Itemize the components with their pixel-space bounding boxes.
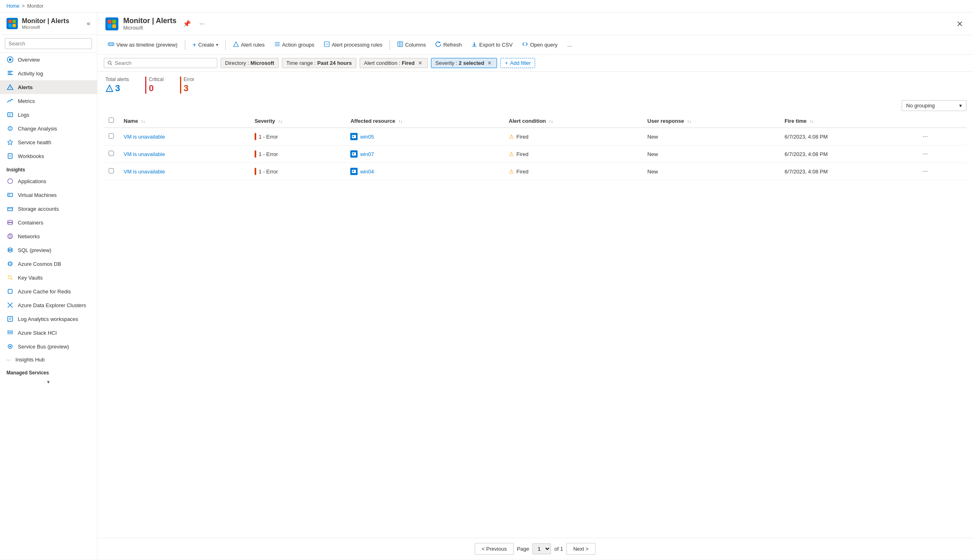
create-button[interactable]: + Create ▾ [189,39,222,51]
sidebar-collapse-button[interactable]: « [87,20,90,27]
sidebar-item-data-explorer[interactable]: Azure Data Explorer Clusters [0,298,97,312]
sidebar-item-overview[interactable]: Overview [0,53,97,66]
svg-point-37 [8,263,12,265]
filter-search-container[interactable] [104,58,217,68]
previous-button[interactable]: < Previous [475,543,514,555]
virtual-machines-icon [6,191,14,199]
sidebar-item-activity-log-label: Activity log [18,71,43,77]
alert-processing-rules-button[interactable]: Alert processing rules [320,39,386,51]
sidebar-scroll-down[interactable]: ▾ [0,377,97,387]
affected-resource-sort-icon: ↑↓ [399,119,403,124]
open-query-label: Open query [530,42,557,48]
data-explorer-icon [6,301,14,309]
export-button[interactable]: Export to CSV [467,39,517,51]
sidebar-item-log-analytics[interactable]: Log Analytics workspaces [0,312,97,326]
breadcrumb-sep: > [22,3,25,9]
sidebar-item-service-health[interactable]: Service health [0,135,97,149]
sidebar-search-input[interactable] [5,38,92,49]
create-dropdown-icon: ▾ [216,43,218,47]
sidebar-item-storage-accounts[interactable]: Storage accounts [0,202,97,216]
next-button[interactable]: Next > [566,543,596,555]
row-more-button[interactable]: ··· [920,167,930,176]
table-header-name[interactable]: Name ↑↓ [119,114,250,128]
resource-link[interactable]: win05 [360,134,374,140]
table-header-fire-time[interactable]: Fire time ↑↓ [780,114,915,128]
svg-point-16 [10,129,11,130]
row-name-cell: VM is unavailable [119,145,250,163]
row-name-link[interactable]: VM is unavailable [124,169,165,175]
row-checkbox-1[interactable] [109,151,114,156]
containers-icon [6,219,14,226]
sidebar-item-redis-label: Azure Cache for Redis [18,289,71,295]
sidebar-item-applications[interactable]: Applications [0,174,97,188]
toolbar-more-button[interactable]: ... [563,39,576,50]
sidebar-item-cosmos-db[interactable]: Azure Cosmos DB [0,257,97,271]
table-header-user-response[interactable]: User response ↑↓ [643,114,780,128]
stat-total-label: Total alerts [105,77,129,82]
table-header-affected-resource[interactable]: Affected resource ↑↓ [345,114,504,128]
close-button[interactable]: ✕ [955,17,965,30]
sidebar-item-service-bus[interactable]: Service Bus (preview) [0,340,97,353]
resource-link[interactable]: win07 [360,151,374,157]
export-icon [471,41,477,48]
search-icon [107,60,112,66]
toolbar-sep-3 [390,40,390,50]
sidebar-item-containers[interactable]: Containers [0,216,97,229]
title-more-button[interactable]: ··· [197,19,206,29]
sidebar-item-insights-hub[interactable]: ··· Insights Hub [0,353,97,366]
insights-section-label: Insights [0,163,97,174]
pin-button[interactable]: 📌 [181,18,193,29]
app-logo [6,18,18,29]
sidebar-item-redis[interactable]: Azure Cache for Redis [0,284,97,298]
sidebar-item-logs[interactable]: Logs [0,108,97,122]
svg-marker-69 [473,44,476,46]
alert-rules-button[interactable]: Alert rules [229,39,269,51]
table-row: VM is unavailable 1 - Error win05 ⚠ [104,128,967,145]
monitor-icon [105,17,118,30]
action-groups-button[interactable]: Action groups [270,39,319,51]
sidebar-item-networks[interactable]: Networks [0,229,97,243]
sidebar-item-storage-accounts-label: Storage accounts [18,206,59,212]
alerts-table: Name ↑↓ Severity ↑↓ Affected resource ↑↓ [104,114,967,180]
sidebar-item-virtual-machines[interactable]: Virtual Machines [0,188,97,202]
grouping-bar: No grouping ▾ [104,97,967,114]
row-more-button[interactable]: ··· [920,150,930,158]
filter-chip-alert-condition-close[interactable]: ✕ [417,60,423,66]
sidebar-item-activity-log[interactable]: Activity log [0,66,97,80]
row-name-link[interactable]: VM is unavailable [124,151,165,157]
row-checkbox-0[interactable] [109,133,114,139]
breadcrumb-home[interactable]: Home [6,3,19,9]
sidebar-item-metrics[interactable]: Metrics [0,94,97,108]
open-query-button[interactable]: Open query [518,39,562,51]
filter-chip-severity-close[interactable]: ✕ [486,60,493,66]
columns-button[interactable]: Columns [393,39,430,51]
svg-point-71 [108,61,111,64]
stat-total: Total alerts ! 3 [105,77,129,94]
sidebar-item-change-analysis[interactable]: Change Analysis [0,122,97,135]
grouping-dropdown[interactable]: No grouping ▾ [902,100,967,111]
filter-chip-directory-label: Directory : Microsoft [225,60,274,66]
add-filter-button[interactable]: + Add filter [500,58,535,68]
fired-icon: ⚠ [509,133,514,140]
view-timeline-button[interactable]: View as timeline (preview) [104,38,182,51]
sidebar-item-alerts[interactable]: ! Alerts [0,80,97,94]
fire-time-value: 6/7/2023, 4:08 PM [784,169,827,175]
row-more-button[interactable]: ··· [920,132,930,141]
total-icon: ! [105,84,114,92]
severity-indicator [255,133,256,140]
sidebar-item-sql[interactable]: SQL (preview) [0,243,97,257]
refresh-button[interactable]: Refresh [431,39,466,51]
sidebar-item-workbooks[interactable]: Workbooks [0,149,97,163]
row-name-link[interactable]: VM is unavailable [124,134,165,140]
row-checkbox-2[interactable] [109,168,114,173]
table-header-alert-condition[interactable]: Alert condition ↑↓ [504,114,643,128]
sidebar-item-stack-hci[interactable]: Azure Stack HCI [0,326,97,340]
svg-text:!: ! [10,86,11,90]
table-header-severity[interactable]: Severity ↑↓ [250,114,346,128]
sidebar-item-key-vaults[interactable]: Key Vaults [0,271,97,284]
resource-link[interactable]: win04 [360,169,374,175]
select-all-checkbox[interactable] [109,118,114,123]
filter-search-input[interactable] [115,60,214,66]
page-select[interactable]: 1 [532,543,551,554]
networks-icon [6,233,14,240]
